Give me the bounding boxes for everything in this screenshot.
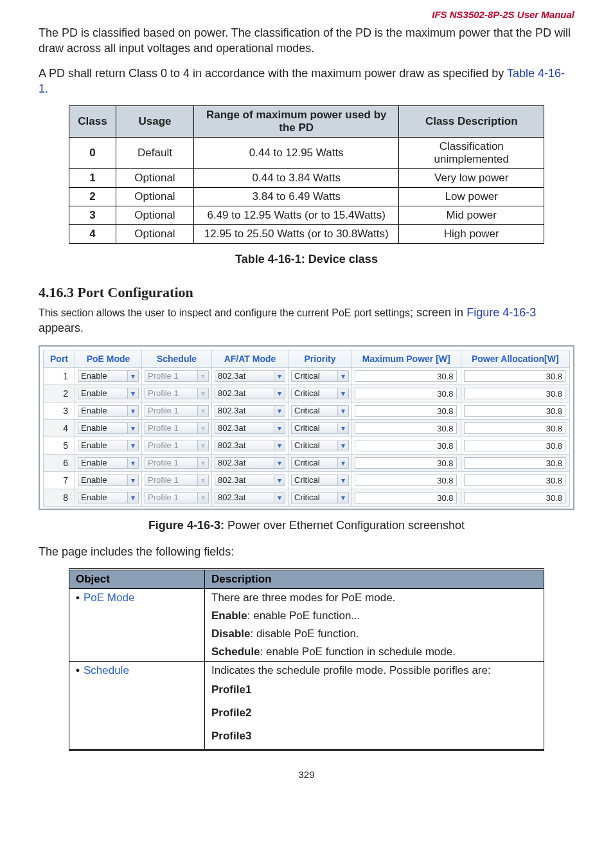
alloc-input[interactable]: 30.8 bbox=[464, 492, 566, 503]
maxpower-input[interactable]: 30.8 bbox=[355, 440, 457, 451]
dropdown[interactable]: Enable▾ bbox=[78, 422, 139, 434]
dropdown[interactable]: Enable▾ bbox=[78, 440, 139, 451]
dropdown[interactable]: 802.3at▾ bbox=[215, 370, 285, 382]
dropdown-value: 802.3at bbox=[218, 371, 245, 381]
chevron-down-icon: ▾ bbox=[274, 388, 285, 399]
profile2-label: Profile2 bbox=[211, 707, 537, 719]
dropdown[interactable]: Critical▾ bbox=[291, 457, 349, 469]
class-cell: 2 bbox=[69, 188, 116, 206]
dropdown[interactable]: Critical▾ bbox=[291, 422, 349, 434]
dropdown[interactable]: Critical▾ bbox=[291, 388, 349, 399]
priority-cell: Critical▾ bbox=[289, 402, 352, 419]
poe-header-priority[interactable]: Priority bbox=[289, 350, 352, 367]
table-row: 6Enable▾Profile 1▾802.3at▾Critical▾30.83… bbox=[44, 454, 570, 471]
priority-cell: Critical▾ bbox=[289, 471, 352, 489]
poe-header-schedule[interactable]: Schedule bbox=[142, 350, 212, 367]
maxpower-input[interactable]: 30.8 bbox=[355, 388, 457, 399]
dropdown[interactable]: Enable▾ bbox=[78, 370, 139, 382]
table-row: 3Enable▾Profile 1▾802.3at▾Critical▾30.83… bbox=[44, 402, 570, 419]
alloc-input[interactable]: 30.8 bbox=[464, 457, 566, 469]
dropdown[interactable]: Enable▾ bbox=[78, 492, 139, 503]
range-cell: 3.84 to 6.49 Watts bbox=[194, 188, 399, 206]
dropdown[interactable]: 802.3at▾ bbox=[215, 475, 285, 486]
alloc-input[interactable]: 30.8 bbox=[464, 440, 566, 451]
mode-cell: Enable▾ bbox=[75, 384, 142, 402]
chevron-down-icon: ▾ bbox=[274, 406, 285, 416]
range-cell: 12.95 to 25.50 Watts (or to 30.8Watts) bbox=[194, 225, 399, 244]
priority-cell: Critical▾ bbox=[289, 489, 352, 506]
desc-cell: Very low power bbox=[399, 169, 544, 188]
alloc-cell: 30.8 bbox=[461, 437, 570, 454]
dropdown-value: 802.3at bbox=[218, 493, 245, 502]
dropdown-value: 802.3at bbox=[218, 458, 245, 467]
chevron-down-icon: ▾ bbox=[127, 406, 138, 416]
poe-header-port[interactable]: Port bbox=[44, 350, 75, 367]
range-cell: 0.44 to 3.84 Watts bbox=[194, 169, 399, 188]
schedule-cell: Profile 1▾ bbox=[142, 384, 212, 402]
dropdown[interactable]: 802.3at▾ bbox=[215, 457, 285, 469]
dropdown-value: 802.3at bbox=[218, 388, 245, 398]
fields-intro: The page includes the following fields: bbox=[39, 544, 574, 559]
obj-poe-mode-line1: There are three modes for PoE mode. bbox=[205, 589, 544, 608]
section-intro-a: This section allows the user to inspect … bbox=[39, 307, 410, 318]
poe-header-afat[interactable]: AF/AT Mode bbox=[212, 350, 289, 367]
maxpower-input[interactable]: 30.8 bbox=[355, 405, 457, 417]
dropdown-value: Enable bbox=[81, 423, 107, 433]
poe-caption-lead: Figure 4-16-3: bbox=[148, 519, 227, 532]
chevron-down-icon: ▾ bbox=[127, 493, 138, 503]
maxpower-cell: 30.8 bbox=[352, 402, 461, 419]
obj-empty-cell bbox=[69, 643, 205, 662]
obj-empty-cell bbox=[69, 625, 205, 643]
maxpower-input[interactable]: 30.8 bbox=[355, 370, 457, 382]
alloc-cell: 30.8 bbox=[461, 471, 570, 489]
dropdown[interactable]: Enable▾ bbox=[78, 388, 139, 399]
alloc-input[interactable]: 30.8 bbox=[464, 388, 566, 399]
obj-schedule-label: Schedule bbox=[84, 664, 129, 676]
alloc-input[interactable]: 30.8 bbox=[464, 475, 566, 486]
maxpower-input[interactable]: 30.8 bbox=[355, 475, 457, 486]
maxpower-input[interactable]: 30.8 bbox=[355, 492, 457, 503]
chevron-down-icon: ▾ bbox=[197, 371, 208, 381]
obj-poe-mode-line4: Schedule: enable PoE function in schedul… bbox=[205, 643, 544, 662]
alloc-input[interactable]: 30.8 bbox=[464, 405, 566, 417]
schedule-label: Schedule bbox=[211, 646, 260, 658]
chevron-down-icon: ▾ bbox=[127, 458, 138, 468]
poe-header-alloc[interactable]: Power Allocation[W] bbox=[461, 350, 570, 367]
usage-cell: Optional bbox=[116, 225, 194, 244]
chevron-down-icon: ▾ bbox=[197, 440, 208, 451]
class-cell: 1 bbox=[69, 169, 116, 188]
dropdown[interactable]: Enable▾ bbox=[78, 475, 139, 486]
dropdown[interactable]: Critical▾ bbox=[291, 405, 349, 417]
table-row: 8Enable▾Profile 1▾802.3at▾Critical▾30.83… bbox=[44, 489, 570, 506]
bullet-icon: • bbox=[76, 592, 84, 604]
dropdown[interactable]: Critical▾ bbox=[291, 370, 349, 382]
chevron-down-icon: ▾ bbox=[337, 458, 348, 468]
dropdown[interactable]: Enable▾ bbox=[78, 405, 139, 417]
dropdown-value: Critical bbox=[294, 440, 320, 450]
poe-header-mode[interactable]: PoE Mode bbox=[75, 350, 142, 367]
class-cell: 0 bbox=[69, 138, 116, 169]
dropdown[interactable]: Enable▾ bbox=[78, 457, 139, 469]
chevron-down-icon: ▾ bbox=[274, 493, 285, 503]
poe-config-table: Port PoE Mode Schedule AF/AT Mode Priori… bbox=[43, 350, 570, 507]
dropdown[interactable]: Critical▾ bbox=[291, 475, 349, 486]
port-cell: 6 bbox=[44, 454, 75, 471]
table-row: 4Optional12.95 to 25.50 Watts (or to 30.… bbox=[69, 225, 544, 244]
dropdown[interactable]: 802.3at▾ bbox=[215, 440, 285, 451]
dropdown[interactable]: 802.3at▾ bbox=[215, 405, 285, 417]
dropdown[interactable]: 802.3at▾ bbox=[215, 422, 285, 434]
disable-desc: : disable PoE function. bbox=[250, 628, 359, 640]
dropdown[interactable]: Critical▾ bbox=[291, 440, 349, 451]
dropdown[interactable]: Critical▾ bbox=[291, 492, 349, 503]
disable-label: Disable bbox=[211, 628, 250, 640]
dropdown[interactable]: 802.3at▾ bbox=[215, 492, 285, 503]
dropdown[interactable]: 802.3at▾ bbox=[215, 388, 285, 399]
profile1-label: Profile1 bbox=[211, 683, 537, 696]
alloc-input[interactable]: 30.8 bbox=[464, 370, 566, 382]
poe-header-maxpower[interactable]: Maximum Power [W] bbox=[352, 350, 461, 367]
chevron-down-icon: ▾ bbox=[127, 440, 138, 451]
maxpower-input[interactable]: 30.8 bbox=[355, 422, 457, 434]
class-table-caption: Table 4-16-1: Device class bbox=[39, 253, 574, 266]
alloc-input[interactable]: 30.8 bbox=[464, 422, 566, 434]
maxpower-input[interactable]: 30.8 bbox=[355, 457, 457, 469]
